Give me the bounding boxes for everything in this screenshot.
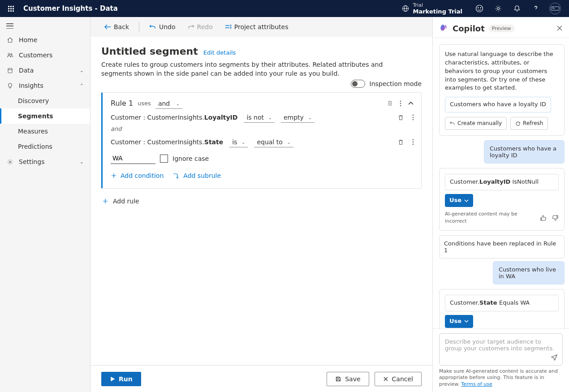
copilot-disclaimer: Make sure AI-generated content is accura… <box>439 368 563 388</box>
copilot-user-message: Customers who live in WA <box>493 261 565 284</box>
copilot-title: Copilot <box>453 24 485 33</box>
value-select[interactable]: equal to⌄ <box>254 138 293 146</box>
project-attributes-button[interactable]: Project attributes <box>220 21 293 33</box>
settings-icon[interactable] <box>489 0 507 17</box>
copilot-suggestion[interactable]: Customers who have a loyalty ID <box>445 97 551 112</box>
nav-label: Discovery <box>18 97 49 104</box>
add-condition-button[interactable]: Add condition <box>111 170 164 181</box>
send-icon[interactable] <box>551 353 558 361</box>
command-bar: Back Undo Redo Project attributes <box>91 17 432 37</box>
chevron-up-icon: ⌃ <box>80 83 84 89</box>
nav-label: Settings <box>19 158 44 165</box>
segment-title: Untitled segment <box>101 46 198 57</box>
copilot-intro-card: Use natural language to describe the cha… <box>439 44 565 136</box>
condition-attribute: Customer : CustomerInsights.LoyaltyID <box>111 114 237 121</box>
data-icon <box>6 67 13 74</box>
svg-point-16 <box>413 119 414 120</box>
rule-joiner-select[interactable]: and⌄ <box>155 100 182 107</box>
and-separator: and <box>111 125 414 132</box>
condition-more-icon[interactable] <box>412 139 414 146</box>
nav-insights[interactable]: Insights⌃ <box>0 78 90 93</box>
nav-home[interactable]: Home <box>0 32 90 47</box>
inspection-label: Inspection mode <box>370 80 422 87</box>
use-button[interactable]: Use <box>445 315 473 328</box>
waffle-icon[interactable] <box>4 2 17 15</box>
copilot-hint: Use natural language to describe the cha… <box>445 50 559 92</box>
environment-picker[interactable]: Trial Marketing Trial <box>402 2 462 15</box>
segment-description: Create rules to group customers into seg… <box>101 60 406 78</box>
copilot-response-card: Customer.LoyaltyID IsNotNull Use AI-gene… <box>439 168 565 231</box>
use-button[interactable]: Use <box>445 194 473 207</box>
nav-label: Predictions <box>18 143 52 150</box>
nav-label: Measures <box>18 128 48 135</box>
nav-label: Customers <box>19 52 52 59</box>
preview-badge: Preview <box>488 25 515 32</box>
nav-customers[interactable]: Customers <box>0 47 90 63</box>
undo-button[interactable]: Undo <box>145 21 180 33</box>
ignore-case-checkbox[interactable] <box>160 155 168 163</box>
back-button[interactable]: Back <box>99 21 134 33</box>
nav-settings[interactable]: Settings⌄ <box>0 154 90 169</box>
copilot-scroll[interactable]: Use natural language to describe the cha… <box>433 38 569 328</box>
sidebar-toggle[interactable] <box>0 20 90 32</box>
delete-condition-icon[interactable] <box>397 114 404 121</box>
svg-point-13 <box>400 105 401 106</box>
delete-condition-icon[interactable] <box>397 139 404 146</box>
copilot-input[interactable]: Describe your target audience to group y… <box>439 333 563 366</box>
refresh-button[interactable]: Refresh <box>510 117 548 130</box>
add-subrule-button[interactable]: Add subrule <box>172 170 221 181</box>
nav-predictions[interactable]: Predictions <box>0 139 90 154</box>
nav-data[interactable]: Data⌄ <box>0 63 90 78</box>
settings-icon <box>6 159 13 165</box>
trial-label: Trial <box>413 2 462 8</box>
avatar[interactable] <box>549 3 561 14</box>
inspection-toggle[interactable] <box>351 80 365 88</box>
nav-label: Home <box>19 36 37 43</box>
nav-discovery[interactable]: Discovery <box>0 93 90 108</box>
save-button[interactable]: Save <box>327 372 369 386</box>
edit-details-link[interactable]: Edit details <box>203 49 236 56</box>
redo-label: Redo <box>197 23 213 30</box>
close-icon[interactable] <box>556 25 563 31</box>
copilot-input-area: Describe your target audience to group y… <box>433 328 569 392</box>
terms-link[interactable]: Terms of use <box>461 381 492 387</box>
operator-select[interactable]: is not⌄ <box>244 114 275 121</box>
add-rule-button[interactable]: Add rule <box>101 195 422 207</box>
condition-more-icon[interactable] <box>412 114 414 121</box>
cancel-button[interactable]: Cancel <box>375 372 422 386</box>
footer: Run Save Cancel <box>91 365 432 392</box>
collapse-rule-icon[interactable] <box>408 101 414 106</box>
create-manually-button[interactable]: Create manually <box>445 117 507 130</box>
copilot-response-card: Customer.State Equals WA Use AI-generate… <box>439 289 565 328</box>
nav-measures[interactable]: Measures <box>0 124 90 139</box>
chevron-down-icon: ⌄ <box>80 159 84 165</box>
undo-label: Undo <box>159 23 176 30</box>
copilot-icon <box>439 23 449 33</box>
feedback-icon[interactable] <box>470 0 488 17</box>
top-bar: Customer Insights - Data Trial Marketing… <box>0 0 569 17</box>
rule-card: Rule 1 uses and⌄ Customer : CustomerInsi… <box>101 92 422 189</box>
value-input[interactable] <box>111 153 155 164</box>
svg-point-5 <box>497 8 500 10</box>
copilot-expression: Customer.State Equals WA <box>445 295 559 311</box>
condition-attribute: Customer : CustomerInsights.State <box>111 138 223 146</box>
thumbs-up-icon[interactable] <box>540 215 547 221</box>
insights-icon <box>6 82 13 89</box>
help-icon[interactable] <box>527 0 545 17</box>
nav-segments[interactable]: Segments <box>0 108 90 124</box>
svg-point-8 <box>10 53 12 55</box>
condition-row-2: Customer : CustomerInsights.State is⌄ eq… <box>111 138 414 146</box>
svg-point-12 <box>400 103 401 104</box>
globe-icon <box>402 5 409 12</box>
app-name: Customer Insights - Data <box>23 4 118 13</box>
operator-select[interactable]: is⌄ <box>229 138 248 146</box>
ai-note: AI-generated content may be incorrect <box>445 211 535 225</box>
ignore-case-label: Ignore case <box>172 155 209 162</box>
delete-rule-icon[interactable] <box>387 100 393 107</box>
notifications-icon[interactable] <box>508 0 526 17</box>
svg-point-7 <box>8 53 10 55</box>
rule-more-icon[interactable] <box>400 100 401 107</box>
thumbs-down-icon[interactable] <box>552 215 559 221</box>
run-button[interactable]: Run <box>101 372 141 386</box>
value-select[interactable]: empty⌄ <box>281 114 315 121</box>
